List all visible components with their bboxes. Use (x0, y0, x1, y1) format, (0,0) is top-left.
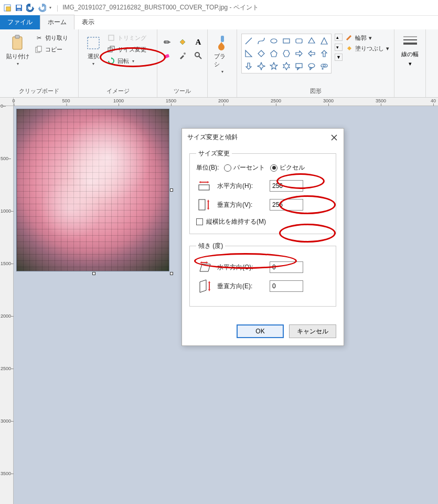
svg-marker-38 (310, 67, 312, 70)
ribbon: 貼り付け ▾ ✂切り取り コピー クリップボード 選択 ▾ トリミング サイズ変… (0, 29, 438, 98)
shape-callout-cloud[interactable] (318, 60, 330, 72)
skew-v-label: 垂直方向(E): (217, 282, 264, 291)
shape-line[interactable] (243, 35, 254, 47)
shape-outline-button[interactable]: 輪郭▾ (346, 34, 389, 42)
shape-callout-oval[interactable] (306, 60, 317, 72)
qa-save-icon[interactable] (15, 4, 23, 12)
tab-file[interactable]: ファイル (0, 15, 40, 29)
resize-handle-s[interactable] (92, 272, 95, 275)
text-tool[interactable]: A (193, 37, 204, 47)
svg-rect-10 (109, 35, 114, 40)
select-icon (85, 35, 102, 51)
horiz-input[interactable] (270, 180, 303, 192)
shape-arrow-l[interactable] (306, 48, 317, 59)
qa-redo-icon[interactable] (38, 4, 46, 12)
skew-fieldset: 傾き (度) 水平方向(O): 垂直方向(E): (189, 242, 336, 307)
fill-tool[interactable] (177, 37, 188, 47)
resize-handle-e[interactable] (170, 188, 173, 192)
svg-rect-35 (296, 64, 302, 68)
pencil-tool[interactable]: ✏ (162, 37, 172, 47)
ribbon-tabs: ファイル ホーム 表示 (0, 16, 438, 29)
canvas-image[interactable] (17, 109, 169, 271)
cancel-button[interactable]: キャンセル (289, 324, 336, 338)
shape-rtriangle[interactable] (243, 48, 254, 59)
svg-marker-23 (321, 38, 327, 44)
tab-view[interactable]: 表示 (74, 15, 102, 29)
svg-point-41 (322, 68, 323, 69)
shape-star5[interactable] (268, 60, 280, 72)
shape-hexagon[interactable] (281, 48, 292, 59)
svg-point-14 (184, 52, 186, 55)
shape-curve[interactable] (255, 35, 267, 47)
paste-button[interactable]: 貼り付け ▾ (4, 34, 31, 67)
shapes-scroll-down[interactable]: ▾ (335, 44, 343, 51)
shape-arrow-u[interactable] (318, 48, 330, 59)
picker-tool[interactable] (177, 50, 188, 61)
app-icon (3, 4, 12, 12)
svg-marker-32 (258, 62, 265, 70)
shape-fill-button[interactable]: 塗りつぶし▾ (346, 44, 389, 52)
svg-marker-55 (200, 264, 210, 271)
shape-star4[interactable] (255, 60, 267, 72)
dialog-title: サイズ変更と傾斜 (187, 133, 238, 142)
svg-marker-30 (322, 50, 327, 57)
skew-v-input[interactable] (270, 280, 303, 292)
qa-undo-icon[interactable] (26, 4, 35, 12)
linewidth-icon (402, 34, 419, 48)
brush-button[interactable]: ブラシ ▾ (212, 34, 233, 75)
svg-marker-54 (207, 208, 209, 210)
svg-rect-13 (164, 54, 169, 59)
shape-oval[interactable] (268, 35, 280, 47)
group-label-shapes: 図形 (241, 86, 390, 96)
dialog-close-button[interactable] (330, 133, 338, 142)
shapes-scroll-up[interactable]: ▴ (335, 34, 343, 41)
svg-line-16 (199, 56, 201, 59)
window-title: IMG_20191027_091216282_BURST000_COVER_TO… (62, 3, 259, 12)
title-bar: ▾ | IMG_20191027_091216282_BURST000_COVE… (0, 0, 438, 16)
shape-star6[interactable] (281, 60, 292, 72)
copy-button[interactable]: コピー (35, 45, 68, 54)
group-label-tools: ツール (162, 86, 203, 96)
tab-home[interactable]: ホーム (40, 15, 74, 29)
keep-aspect-checkbox[interactable]: 縦横比を維持する(M) (196, 217, 329, 226)
svg-rect-47 (199, 185, 209, 190)
resize-icon (107, 45, 115, 54)
trim-icon (107, 34, 115, 42)
linewidth-button[interactable]: 線の幅 ▾ (399, 34, 421, 67)
shape-pentagon[interactable] (268, 48, 280, 59)
shape-rect[interactable] (281, 35, 292, 47)
shape-arrow-d[interactable] (243, 60, 254, 72)
resize-handle-se[interactable] (170, 272, 173, 275)
shapes-gallery[interactable] (241, 34, 332, 74)
ok-button[interactable]: OK (237, 324, 284, 338)
cut-button[interactable]: ✂切り取り (35, 34, 68, 42)
svg-line-18 (245, 38, 252, 44)
shape-arrow-r[interactable] (293, 48, 305, 59)
vert-input[interactable] (270, 199, 303, 211)
shape-polygon[interactable] (306, 35, 317, 47)
eraser-tool[interactable] (162, 50, 172, 61)
radio-percent[interactable]: パーセント (224, 163, 265, 172)
shape-triangle[interactable] (318, 35, 330, 47)
shape-roundrect[interactable] (293, 35, 305, 47)
zoom-tool[interactable] (193, 50, 204, 61)
trim-button[interactable]: トリミング (107, 34, 146, 42)
svg-rect-4 (17, 9, 20, 11)
radio-pixel[interactable]: ピクセル (270, 163, 305, 172)
group-brush: ブラシ ▾ (208, 29, 237, 97)
skew-h-input[interactable] (270, 261, 303, 273)
shape-callout-rect[interactable] (293, 60, 305, 72)
svg-marker-24 (245, 50, 252, 57)
group-linewidth: 線の幅 ▾ (394, 29, 426, 97)
shape-diamond[interactable] (255, 48, 267, 59)
svg-rect-9 (88, 37, 99, 49)
shapes-expand[interactable]: ▼ (335, 54, 343, 61)
skew-horiz-icon (196, 261, 212, 274)
grid-overlay (17, 109, 169, 271)
skew-h-label: 水平方向(O): (217, 263, 264, 272)
resize-button[interactable]: サイズ変更 (107, 45, 146, 54)
rotate-button[interactable]: 回転▾ (107, 57, 146, 65)
qa-customize-dropdown[interactable]: ▾ (49, 5, 51, 10)
select-button[interactable]: 選択 ▾ (83, 34, 104, 67)
svg-marker-36 (297, 68, 300, 70)
